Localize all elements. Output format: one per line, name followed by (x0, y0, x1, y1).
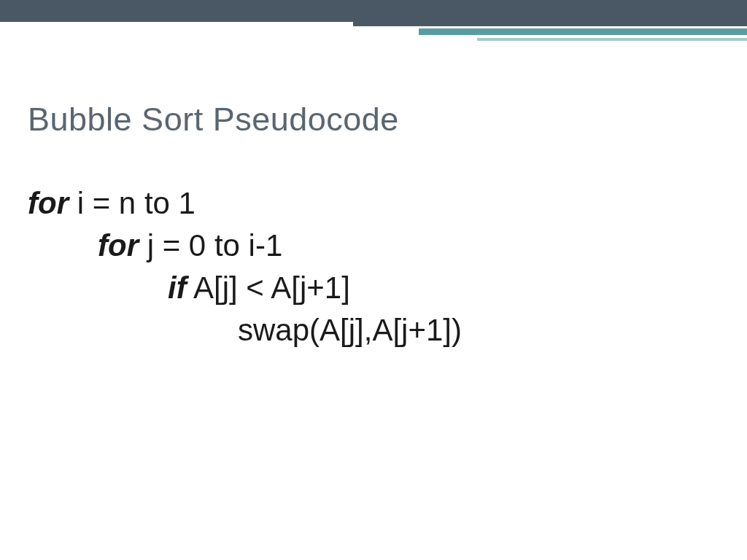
accent-line-light (477, 38, 747, 41)
slide-accent-lines (353, 22, 747, 41)
slide-title: Bubble Sort Pseudocode (28, 101, 399, 139)
keyword-if: if (168, 271, 187, 305)
pseudocode-block: for i = n to 1 for j = 0 to i-1 if A[j] … (28, 182, 462, 351)
keyword-for: for (28, 186, 69, 220)
code-text: i = n to 1 (69, 186, 196, 220)
code-text: j = 0 to i-1 (139, 228, 282, 262)
code-line-1: for i = n to 1 (28, 182, 462, 225)
code-text: A[j] < A[j+1] (187, 271, 350, 305)
code-line-3: if A[j] < A[j+1] (28, 267, 462, 309)
keyword-for: for (98, 228, 139, 262)
slide-top-band (0, 0, 747, 22)
code-text: swap(A[j],A[j+1]) (238, 313, 462, 347)
code-line-4: swap(A[j],A[j+1]) (28, 309, 462, 351)
accent-line-dark (353, 22, 747, 26)
code-line-2: for j = 0 to i-1 (28, 225, 462, 267)
accent-line-teal (419, 28, 747, 35)
